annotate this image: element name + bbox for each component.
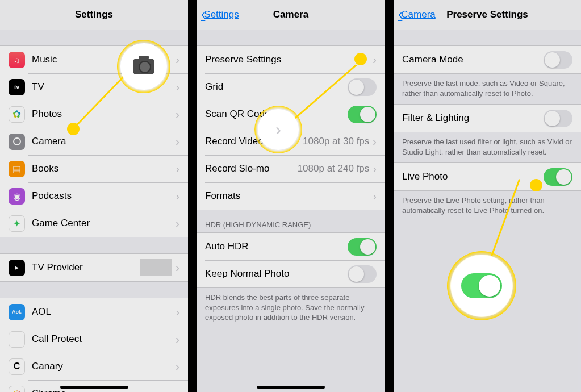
camera-mode-list: Camera Mode xyxy=(394,45,581,74)
annotation-dot xyxy=(67,123,80,135)
back-label: Camera xyxy=(401,9,435,20)
camera-mode-toggle[interactable] xyxy=(544,51,572,69)
settings-item-aol[interactable]: AOL › xyxy=(0,298,188,326)
books-icon xyxy=(9,161,25,177)
back-button[interactable]: ‹ Camera xyxy=(398,0,436,30)
settings-item-canary[interactable]: Canary › xyxy=(0,353,188,380)
camera-mode-footer: Preserve the last mode, such as Video or… xyxy=(394,74,581,104)
row-label: Game Center xyxy=(32,218,175,229)
row-label: Live Photo xyxy=(402,171,544,182)
back-button[interactable]: ‹ Settings xyxy=(201,0,239,30)
settings-group-apps: AOL › Call Protect › Canary › Chrome › xyxy=(0,298,188,392)
chevron-right-icon: › xyxy=(175,333,179,346)
row-keep-normal-photo: Keep Normal Photo xyxy=(197,260,385,287)
back-label: Settings xyxy=(204,9,239,20)
chevron-right-icon: › xyxy=(373,190,377,203)
live-footer: Preserve the Live Photo setting, rather … xyxy=(394,191,581,221)
row-label: Filter & Lighting xyxy=(402,112,544,124)
chevron-right-icon: › xyxy=(175,190,179,203)
row-grid: Grid xyxy=(197,73,385,101)
annotation-bubble-chevron: › xyxy=(258,109,299,150)
chevron-right-icon: › xyxy=(175,81,179,94)
preserve-settings-pane: ‹ Camera Preserve Settings Camera Mode P… xyxy=(394,0,581,392)
filter-list: Filter & Lighting xyxy=(394,104,581,132)
tv-provider-icon xyxy=(9,260,25,276)
settings-item-game-center[interactable]: Game Center › xyxy=(0,210,188,237)
settings-item-books[interactable]: Books › xyxy=(0,155,188,182)
settings-item-call-protect[interactable]: Call Protect › xyxy=(0,326,188,353)
row-label: Books xyxy=(32,163,175,174)
row-auto-hdr: Auto HDR xyxy=(197,233,385,260)
chevron-right-icon: › xyxy=(175,387,179,393)
row-label: AOL xyxy=(32,306,175,318)
tv-icon xyxy=(9,79,25,95)
settings-pane: Settings Music › TV › Photos › Camera › … xyxy=(0,0,188,392)
row-label: Formats xyxy=(205,190,373,202)
row-label: Record Slo-mo xyxy=(205,163,298,174)
settings-group-tv-provider: TV Provider › xyxy=(0,253,188,282)
camera-settings-pane: ‹ Settings Camera Preserve Settings › Gr… xyxy=(197,0,385,392)
annotation-dot xyxy=(530,179,542,191)
grid-toggle[interactable] xyxy=(348,78,377,96)
chrome-icon xyxy=(9,386,25,393)
row-record-slomo[interactable]: Record Slo-mo 1080p at 240 fps › xyxy=(197,155,385,182)
page-title: Preserve Settings xyxy=(446,9,528,20)
camera-icon xyxy=(133,59,154,74)
scan-qr-toggle[interactable] xyxy=(348,106,377,123)
filter-toggle[interactable] xyxy=(544,110,572,127)
row-label: Auto HDR xyxy=(205,241,348,252)
row-filter-lighting: Filter & Lighting xyxy=(394,105,581,132)
section-header-hdr: HDR (HIGH DYNAMIC RANGE) xyxy=(197,210,385,232)
photos-icon xyxy=(9,106,25,123)
call-protect-icon xyxy=(9,331,25,348)
row-label: Photos xyxy=(32,109,175,120)
chevron-right-icon: › xyxy=(373,162,377,176)
chevron-right-icon: › xyxy=(175,217,179,230)
annotation-bubble-camera xyxy=(120,43,167,90)
chevron-right-icon: › xyxy=(175,162,179,176)
row-label: Preserve Settings xyxy=(205,54,373,65)
page-title: Settings xyxy=(75,9,113,20)
row-formats[interactable]: Formats › xyxy=(197,182,385,210)
header: ‹ Settings Camera xyxy=(197,0,385,30)
row-label: Camera xyxy=(32,136,175,147)
masked-value xyxy=(140,259,172,276)
settings-item-tv-provider[interactable]: TV Provider › xyxy=(0,254,188,281)
chevron-right-icon: › xyxy=(275,120,281,139)
row-value: 1080p at 240 fps xyxy=(298,163,370,174)
canary-icon xyxy=(9,358,25,375)
page-title: Camera xyxy=(273,9,308,20)
chevron-right-icon: › xyxy=(175,53,179,66)
annotation-dot xyxy=(354,53,367,65)
row-live-photo: Live Photo xyxy=(394,163,581,190)
chevron-right-icon: › xyxy=(175,261,179,274)
music-icon xyxy=(9,52,25,68)
chevron-right-icon: › xyxy=(373,135,377,148)
settings-item-photos[interactable]: Photos › xyxy=(0,101,188,128)
row-label: Chrome xyxy=(32,388,175,392)
chevron-right-icon: › xyxy=(175,360,179,373)
settings-item-podcasts[interactable]: Podcasts › xyxy=(0,182,188,210)
header: ‹ Camera Preserve Settings xyxy=(394,0,581,30)
home-indicator xyxy=(257,386,325,389)
row-label: Call Protect xyxy=(32,333,175,345)
chevron-right-icon: › xyxy=(175,135,179,148)
row-label: Keep Normal Photo xyxy=(205,268,348,280)
annotation-bubble-toggle xyxy=(450,255,513,317)
game-center-icon xyxy=(9,215,25,232)
row-value: 1080p at 30 fps xyxy=(303,136,369,147)
live-photo-toggle[interactable] xyxy=(544,168,572,186)
header: Settings xyxy=(0,0,188,30)
chevron-right-icon: › xyxy=(175,306,179,319)
podcasts-icon xyxy=(9,188,25,205)
auto-hdr-toggle[interactable] xyxy=(348,238,377,256)
hdr-footer: HDR blends the best parts of three separ… xyxy=(197,288,385,328)
hdr-list: Auto HDR Keep Normal Photo xyxy=(197,232,385,288)
row-label: Canary xyxy=(32,361,175,372)
keep-normal-toggle[interactable] xyxy=(348,265,377,283)
row-camera-mode: Camera Mode xyxy=(394,46,581,73)
home-indicator xyxy=(60,386,128,389)
toggle-on-icon xyxy=(461,273,502,298)
chevron-right-icon: › xyxy=(175,108,179,121)
settings-item-camera[interactable]: Camera › xyxy=(0,128,188,155)
